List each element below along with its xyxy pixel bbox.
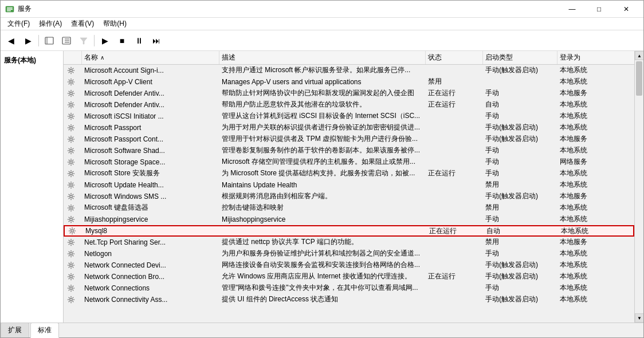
service-name-cell: Microsoft iSCSI Initiator ... [82,111,219,121]
svg-point-31 [70,298,72,300]
toolbar-btn2[interactable] [58,33,74,49]
service-icon-cell [65,214,82,225]
service-login-cell: 本地系统 [557,214,615,225]
tab-standard[interactable]: 标准 [30,323,59,338]
toolbar-restart[interactable]: ⏭ [148,33,164,49]
toolbar-stop[interactable]: ■ [114,33,130,49]
service-login-cell: 本地系统 [557,99,615,110]
service-desc-cell: 控制击键筛选和映射 [219,202,426,213]
maximize-button[interactable]: □ [586,1,612,18]
table-row[interactable]: Netlogon为用户和服务身份验证维护此计算机和域控制器之间的安全通道...手… [64,248,634,260]
header-name[interactable]: 名称 ∧ [82,51,219,64]
table-row[interactable]: Microsoft iSCSI Initiator ...管理从这台计算机到远程… [64,111,634,122]
header-desc[interactable]: 描述 [219,51,426,64]
service-desc-cell: 提供通过 nettcp 协议共享 TCP 端口的功能。 [219,237,426,247]
table-row[interactable]: Network Connection Bro...允许 Windows 应用商店… [64,271,634,282]
service-status-cell [426,133,483,144]
table-row[interactable]: Microsoft Software Shad...管理卷影复制服务制作的基于软… [64,145,634,156]
service-login-cell: 本地服务 [557,237,615,247]
table-row[interactable]: Microsoft Defender Antiv...帮助防止针对网络协议中的已… [64,88,634,99]
service-icon-cell [65,65,82,76]
toolbar-show-scope[interactable] [41,33,57,49]
svg-point-11 [70,69,72,71]
header-login[interactable]: 登录为 [557,51,615,64]
service-desc-cell: Microsoft 存储空间管理提供程序的主机服务。如果阻止或禁用... [219,156,426,167]
scroll-thumb[interactable] [636,61,642,96]
right-scrollbar[interactable]: ▲ ▼ [634,51,643,323]
service-name-cell: Mijiashoppingservice [82,214,219,225]
toolbar-sep-1 [38,35,39,46]
service-icon-cell [65,248,82,259]
table-row[interactable]: Microsoft Update Health...Maintains Upda… [64,179,634,191]
service-name-cell: Network Connected Devi... [82,260,219,270]
toolbar-forward[interactable]: ▶ [20,33,36,49]
service-status-cell [426,179,483,190]
filter-icon [79,36,88,45]
menu-action[interactable]: 操作(A) [34,18,66,30]
header-status[interactable]: 状态 [426,51,483,64]
menu-view[interactable]: 查看(V) [66,18,99,30]
service-login-cell: 本地系统 [557,179,615,190]
service-desc-cell: 管理用于针对标识提供者及 TPM 虚拟智能卡为用户进行身份验... [219,133,426,144]
service-status-cell: 正在运行 [427,226,484,235]
scroll-down-arrow[interactable]: ▼ [635,313,643,323]
bottom-tabs: 扩展 标准 [1,323,643,337]
tab-expand[interactable]: 扩展 [1,323,29,337]
service-name-cell: Microsoft Windows SMS ... [82,191,219,202]
service-startup-cell: 手动(触发器启动) [483,191,557,202]
service-icon-cell [65,282,82,293]
service-desc-cell: Maintains Update Health [219,179,426,190]
service-startup-cell: 禁用 [483,237,557,247]
service-status-cell [426,122,483,133]
service-status-cell [426,294,483,305]
service-icon-cell [65,88,82,99]
toolbar-back[interactable]: ◀ [3,33,19,49]
service-status-cell [426,214,483,225]
menu-file[interactable]: 文件(F) [3,18,34,30]
table-row[interactable]: Microsoft App-V ClientManages App-V user… [64,76,634,88]
close-button[interactable]: ✕ [613,1,639,18]
table-row[interactable]: Network Connected Devi...网络连接设备自动安装服务会监视… [64,260,634,271]
service-name-cell: Microsoft Defender Antiv... [82,99,219,110]
service-icon [67,261,75,269]
title-bar-left: 服务 [5,4,32,14]
table-row[interactable]: Microsoft Account Sign-i...支持用户通过 Micros… [64,65,634,76]
table-row[interactable]: MijiashoppingserviceMijiashoppingservice… [64,214,634,225]
svg-rect-4 [45,37,53,44]
service-name-cell: Microsoft Passport [82,122,219,133]
service-startup-cell: 手动 [483,111,557,121]
svg-point-16 [70,126,72,128]
service-status-cell: 禁用 [426,76,483,87]
service-name-cell: Microsoft Defender Antiv... [82,88,219,99]
service-status-cell [426,237,483,247]
service-desc-cell: 允许 Windows 应用商店应用从 Internet 接收通知的代理连接。 [219,271,426,282]
main-window: 服务 — □ ✕ 文件(F) 操作(A) 查看(V) 帮助(H) ◀ ▶ [0,0,644,338]
table-row[interactable]: Net.Tcp Port Sharing Ser...提供通过 nettcp 协… [64,237,634,248]
table-row[interactable]: Microsoft Windows SMS ...根据规则将消息路由到相应客户端… [64,191,634,202]
header-startup[interactable]: 启动类型 [483,51,557,64]
list-icon [62,36,71,45]
service-name-cell: Network Connection Bro... [82,271,219,282]
service-name-cell: Microsoft Store 安装服务 [82,168,219,179]
menu-help[interactable]: 帮助(H) [99,18,131,30]
table-row[interactable]: Network Connectivity Ass...提供 UI 组件的 Dir… [64,294,634,305]
service-login-cell: 本地系统 [557,65,615,76]
table-row[interactable]: Mysql8正在运行自动本地系统 [64,225,634,237]
table-row[interactable]: Microsoft Passport Cont...管理用于针对标识提供者及 T… [64,133,634,145]
table-row[interactable]: Microsoft 键盘筛选器控制击键筛选和映射禁用本地系统 [64,202,634,214]
toolbar-btn-filter[interactable] [76,33,92,49]
minimize-button[interactable]: — [559,1,585,18]
sidebar-local-services[interactable]: 服务(本地) [3,53,61,68]
table-row[interactable]: Microsoft Defender Antiv...帮助用户防止恶意软件及其他… [64,99,634,111]
table-row[interactable]: Network Connections管理"网络和拨号连接"文件夹中对象，在其中… [64,282,634,294]
service-name-cell: Microsoft 键盘筛选器 [82,202,219,213]
table-body: Microsoft Account Sign-i...支持用户通过 Micros… [64,65,634,323]
toolbar-play[interactable]: ▶ [97,33,113,49]
table-row[interactable]: Microsoft Storage Space...Microsoft 存储空间… [64,156,634,168]
service-icon [67,192,75,201]
scroll-up-arrow[interactable]: ▲ [635,51,643,60]
table-row[interactable]: Microsoft Passport为用于对用户关联的标识提供者进行身份验证的加… [64,122,634,133]
menu-bar: 文件(F) 操作(A) 查看(V) 帮助(H) [1,18,643,30]
table-row[interactable]: Microsoft Store 安装服务为 Microsoft Store 提供… [64,168,634,179]
toolbar-pause[interactable]: ⏸ [131,33,147,49]
